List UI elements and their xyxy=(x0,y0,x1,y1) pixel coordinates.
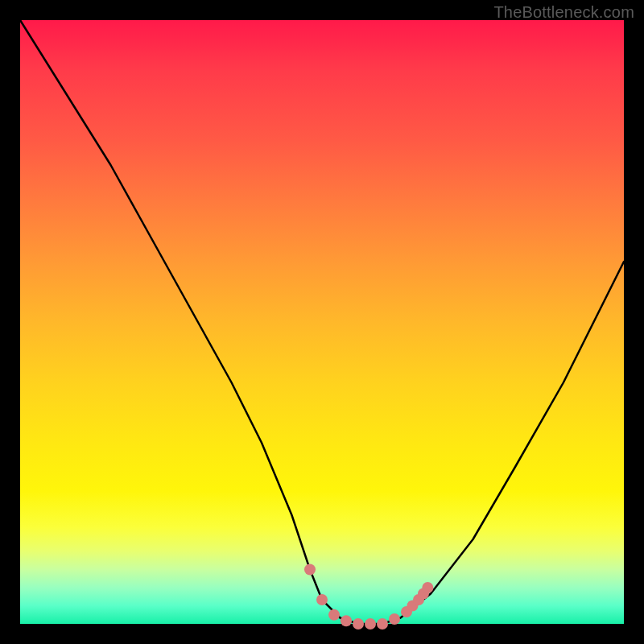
watermark-text: TheBottleneck.com xyxy=(493,3,634,22)
gradient-plot-area xyxy=(20,20,624,624)
